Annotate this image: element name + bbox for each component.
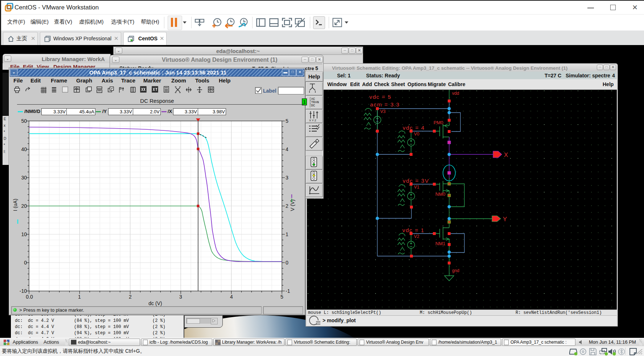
svg-text:vdc = 1: vdc = 1 (402, 227, 424, 233)
svg-text:V (V): V (V) (290, 199, 295, 211)
svg-text:50: 50 (21, 118, 27, 124)
svg-text:-10: -10 (20, 288, 27, 294)
svg-text:40: 40 (21, 146, 27, 152)
svg-text:10: 10 (21, 231, 27, 237)
svg-text:vdc = 4: vdc = 4 (403, 125, 425, 131)
svg-text:vdd: vdd (452, 91, 459, 96)
svg-text:V2: V2 (414, 234, 419, 239)
svg-text:4: 4 (286, 146, 288, 152)
svg-text:I (uA): I (uA) (12, 199, 18, 211)
svg-text:0: 0 (24, 260, 27, 266)
svg-text:30: 30 (21, 175, 27, 181)
svg-text:1: 1 (78, 294, 81, 300)
svg-text:5: 5 (280, 294, 283, 300)
svg-text:gnd: gnd (452, 268, 459, 273)
svg-text:dc (V): dc (V) (148, 300, 162, 306)
svg-text:PM0: PM0 (434, 120, 443, 125)
svg-text:3: 3 (286, 175, 288, 181)
svg-text:acm = 3.3: acm = 3.3 (370, 101, 400, 108)
svg-text:Y: Y (503, 216, 507, 223)
svg-text:3: 3 (179, 294, 182, 300)
svg-text:X Y Z: X Y Z (309, 119, 316, 122)
svg-text:V1: V1 (414, 185, 419, 190)
svg-text:NM0: NM0 (435, 191, 445, 197)
svg-text:0: 0 (286, 260, 288, 266)
svg-text:20: 20 (21, 203, 27, 209)
svg-text:2: 2 (129, 294, 132, 300)
svg-text:NM1: NM1 (435, 241, 445, 246)
svg-text:vdc = 5: vdc = 5 (369, 94, 391, 100)
svg-text:4: 4 (230, 294, 233, 300)
svg-text:0.0: 0.0 (26, 294, 33, 300)
svg-text:2: 2 (286, 203, 288, 209)
svg-text:V0: V0 (414, 132, 419, 137)
svg-text:1: 1 (286, 231, 288, 237)
svg-text:X: X (504, 151, 508, 158)
svg-text:V3: V3 (380, 109, 386, 114)
svg-text:⌠DC: ⌠DC (309, 104, 315, 108)
svg-text:vdc = 3V: vdc = 3V (403, 178, 429, 184)
svg-text:-1: -1 (286, 288, 290, 294)
svg-text:5: 5 (286, 118, 288, 124)
